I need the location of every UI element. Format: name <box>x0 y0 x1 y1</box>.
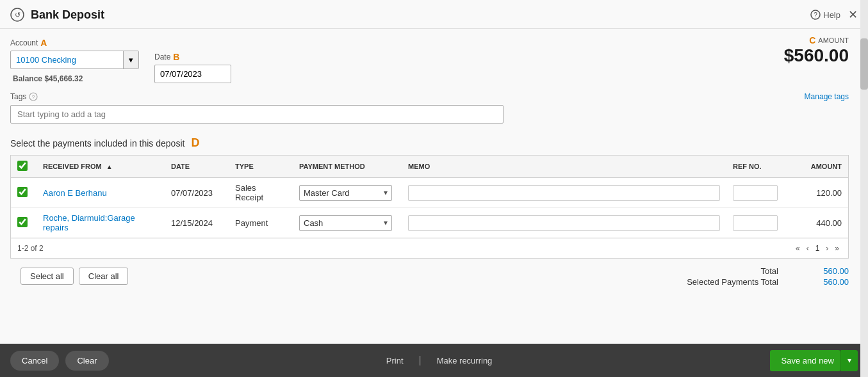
account-label: Account A <box>10 38 139 48</box>
header-right: ? Help ✕ <box>810 8 858 22</box>
modal-content: Account A ▾ Balance $45,666.32 Date B <box>0 29 868 344</box>
bank-deposit-modal: ↺ Bank Deposit ? Help ✕ Account A <box>0 0 868 377</box>
clear-all-button[interactable]: Clear all <box>79 268 129 285</box>
last-page-button[interactable]: » <box>832 243 842 254</box>
row1-payment-method-dropdown[interactable]: ▾ <box>384 188 388 197</box>
date-input[interactable] <box>154 65 231 83</box>
tags-help-icon: ? <box>29 92 38 101</box>
make-recurring-link[interactable]: Make recurring <box>437 356 493 365</box>
table-header: RECEIVED FROM ▲ DATE TYPE PAYMENT METHOD… <box>11 156 848 178</box>
row1-type: Sales Receipt <box>229 178 293 208</box>
payments-header: Select the payments included in this dep… <box>10 136 849 150</box>
payments-letter: D <box>191 136 199 150</box>
row1-check-cell <box>11 178 37 208</box>
save-new-label: Save and new <box>782 356 840 365</box>
header-left: ↺ Bank Deposit <box>10 8 104 22</box>
svg-text:?: ? <box>32 94 35 100</box>
manage-tags-link[interactable]: Manage tags <box>805 92 849 101</box>
row1-date: 07/07/2023 <box>165 178 229 208</box>
clear-button[interactable]: Clear <box>65 351 108 371</box>
pagination-nav: « ‹ 1 › » <box>793 243 842 254</box>
row1-ref-cell <box>726 178 784 208</box>
svg-text:?: ? <box>814 12 817 19</box>
tags-input[interactable] <box>10 105 504 124</box>
header-received-from[interactable]: RECEIVED FROM ▲ <box>37 156 165 178</box>
close-button[interactable]: ✕ <box>848 8 858 22</box>
tags-section: Tags ? Manage tags <box>0 90 859 131</box>
footer-separator: | <box>419 355 422 366</box>
row2-payment-method-dropdown[interactable]: ▾ <box>384 218 388 227</box>
scrollbar-thumb[interactable] <box>860 38 868 90</box>
row1-amount: 120.00 <box>784 178 848 208</box>
total-value: 560.00 <box>804 266 849 276</box>
row2-memo-input[interactable] <box>408 215 720 231</box>
modal-footer: Cancel Clear Print | Make recurring Save… <box>0 344 868 377</box>
row2-ref-input[interactable] <box>733 215 778 231</box>
row2-received-from-link[interactable]: Roche, Diarmuid:Garage repairs <box>43 213 135 232</box>
row2-date: 12/15/2024 <box>165 208 229 238</box>
pagination-info: 1-2 of 2 <box>17 244 44 253</box>
table-row: Aaron E Berhanu 07/07/2023 Sales Receipt… <box>11 178 848 208</box>
total-row: Total 560.00 <box>761 266 849 276</box>
modal-header: ↺ Bank Deposit ? Help ✕ <box>0 0 868 29</box>
header-check <box>11 156 37 178</box>
payments-table-container: RECEIVED FROM ▲ DATE TYPE PAYMENT METHOD… <box>10 155 849 259</box>
row1-payment-method-select[interactable]: Master Card ▾ <box>299 185 392 201</box>
save-new-button[interactable]: Save and new <box>770 350 840 371</box>
row2-check-cell <box>11 208 37 238</box>
amount-value: $560.00 <box>784 45 849 66</box>
table-body: Aaron E Berhanu 07/07/2023 Sales Receipt… <box>11 178 848 238</box>
help-icon: ? <box>810 10 821 20</box>
header-payment-method: PAYMENT METHOD <box>293 156 402 178</box>
row1-received-from-link[interactable]: Aaron E Berhanu <box>43 188 107 198</box>
save-new-container: Save and new ▾ <box>770 350 858 371</box>
row2-amount: 440.00 <box>784 208 848 238</box>
row1-checkbox[interactable] <box>17 187 28 197</box>
scrollbar-track[interactable] <box>860 0 868 377</box>
payments-title: Select the payments included in this dep… <box>10 138 184 148</box>
account-input[interactable] <box>11 51 123 68</box>
header-memo: MEMO <box>402 156 726 178</box>
select-all-checkbox[interactable] <box>17 161 28 171</box>
select-all-button[interactable]: Select all <box>20 268 74 285</box>
account-select[interactable]: ▾ <box>10 51 139 69</box>
total-label: Total <box>761 266 778 276</box>
first-page-button[interactable]: « <box>793 243 803 254</box>
date-label: Date B <box>154 52 231 62</box>
amount-label: C AMOUNT <box>784 35 849 45</box>
header-amount: AMOUNT <box>784 156 848 178</box>
selected-payments-value: 560.00 <box>804 277 849 287</box>
row2-payment-method-text: Cash <box>304 218 381 228</box>
row1-memo-cell <box>402 178 726 208</box>
header-date: DATE <box>165 156 229 178</box>
row1-memo-input[interactable] <box>408 185 720 201</box>
svg-text:↺: ↺ <box>15 11 20 19</box>
help-button[interactable]: ? Help <box>810 10 840 20</box>
cancel-button[interactable]: Cancel <box>10 351 59 371</box>
selected-payments-row: Selected Payments Total 560.00 <box>687 277 849 287</box>
next-page-button[interactable]: › <box>823 243 831 254</box>
row2-type: Payment <box>229 208 293 238</box>
selected-payments-label: Selected Payments Total <box>687 277 778 287</box>
payments-section: Select the payments included in this dep… <box>0 131 859 344</box>
current-page: 1 <box>813 243 823 254</box>
row2-ref-cell <box>726 208 784 238</box>
pagination-row: 1-2 of 2 « ‹ 1 › » <box>11 238 848 258</box>
row2-payment-method-select[interactable]: Cash ▾ <box>299 215 392 231</box>
row2-checkbox[interactable] <box>17 217 28 227</box>
bank-deposit-icon: ↺ <box>10 8 24 22</box>
balance-display: Balance $45,666.32 <box>13 74 139 83</box>
date-field: Date B <box>154 52 231 83</box>
row2-received-from: Roche, Diarmuid:Garage repairs <box>37 208 165 238</box>
prev-page-button[interactable]: ‹ <box>804 243 812 254</box>
header-type: TYPE <box>229 156 293 178</box>
amount-section: C AMOUNT $560.00 <box>784 35 849 66</box>
print-link[interactable]: Print <box>386 356 404 365</box>
row1-received-from: Aaron E Berhanu <box>37 178 165 208</box>
save-new-dropdown-button[interactable]: ▾ <box>840 350 858 371</box>
payments-table: RECEIVED FROM ▲ DATE TYPE PAYMENT METHOD… <box>11 156 848 238</box>
row1-ref-input[interactable] <box>733 185 778 201</box>
page-title: Bank Deposit <box>31 8 104 22</box>
account-dropdown-button[interactable]: ▾ <box>123 51 138 68</box>
totals: Total 560.00 Selected Payments Total 560… <box>687 266 849 287</box>
